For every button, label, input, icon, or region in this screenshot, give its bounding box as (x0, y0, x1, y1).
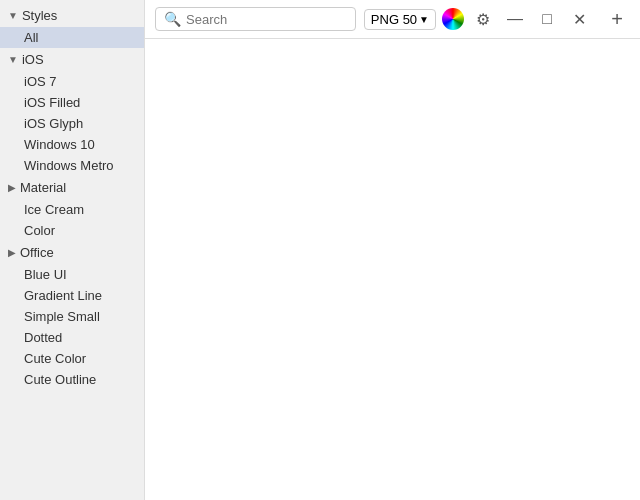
sidebar-group-office[interactable]: ▶ Office (0, 241, 144, 264)
material-chevron: ▶ (8, 182, 16, 193)
office-chevron: ▶ (8, 247, 16, 258)
sidebar-item-all[interactable]: All (0, 27, 144, 48)
sidebar-item-gradient-line[interactable]: Gradient Line (0, 285, 144, 306)
sidebar-item-blue-ui[interactable]: Blue UI (0, 264, 144, 285)
toolbar-right: PNG 50 ▼ ⚙ — □ ✕ (364, 6, 592, 32)
styles-chevron: ▼ (8, 10, 18, 21)
search-box[interactable]: 🔍 (155, 7, 356, 31)
styles-label: Styles (22, 8, 57, 23)
sidebar-item-cute-color[interactable]: Cute Color (0, 348, 144, 369)
sidebar-item-cute-outline[interactable]: Cute Outline (0, 369, 144, 390)
sidebar-item-simple-small[interactable]: Simple Small (0, 306, 144, 327)
sidebar-item-ios-glyph[interactable]: iOS Glyph (0, 113, 144, 134)
sidebar-item-ice-cream[interactable]: Ice Cream (0, 199, 144, 220)
format-selector[interactable]: PNG 50 ▼ (364, 9, 436, 30)
sidebar: ▼ Styles All ▼ iOS iOS 7 iOS Filled iOS … (0, 0, 145, 500)
sidebar-group-ios[interactable]: ▼ iOS (0, 48, 144, 71)
format-label: PNG 50 (371, 12, 417, 27)
sidebar-item-dotted[interactable]: Dotted (0, 327, 144, 348)
sidebar-item-ios7[interactable]: iOS 7 (0, 71, 144, 92)
styles-header[interactable]: ▼ Styles (0, 4, 144, 27)
sidebar-item-ios-filled[interactable]: iOS Filled (0, 92, 144, 113)
maximize-button[interactable]: □ (534, 6, 560, 32)
add-button[interactable]: + (604, 6, 630, 32)
settings-button[interactable]: ⚙ (470, 6, 496, 32)
sidebar-item-windows10[interactable]: Windows 10 (0, 134, 144, 155)
toolbar: 🔍 PNG 50 ▼ ⚙ — □ ✕ + (145, 0, 640, 39)
ios-chevron: ▼ (8, 54, 18, 65)
color-picker[interactable] (442, 8, 464, 30)
minimize-button[interactable]: — (502, 6, 528, 32)
search-input[interactable] (186, 12, 347, 27)
icon-grid (145, 39, 640, 500)
format-chevron-icon: ▼ (419, 14, 429, 25)
sidebar-item-windows-metro[interactable]: Windows Metro (0, 155, 144, 176)
sidebar-group-material[interactable]: ▶ Material (0, 176, 144, 199)
main-panel: 🔍 PNG 50 ▼ ⚙ — □ ✕ + (145, 0, 640, 500)
sidebar-item-color[interactable]: Color (0, 220, 144, 241)
close-button[interactable]: ✕ (566, 6, 592, 32)
search-magnifier-icon: 🔍 (164, 11, 181, 27)
